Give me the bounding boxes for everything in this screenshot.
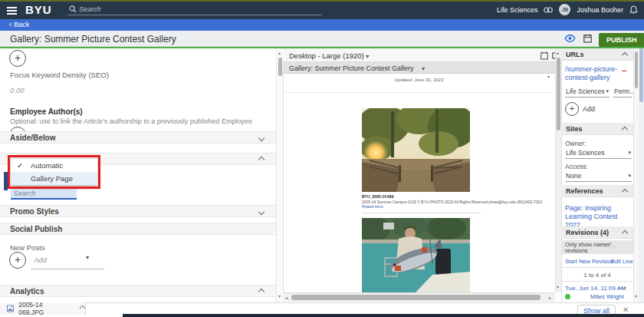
dropdown-option-gallery-page[interactable]: Gallery Page — [11, 172, 97, 185]
caret-down-icon: ▾ — [628, 173, 631, 179]
employee-author-label: Employee Author(s) — [10, 107, 83, 116]
chevron-up-icon — [622, 230, 628, 236]
revisions-pager: 1 to 4 of 4 — [561, 272, 633, 279]
focus-keyword-label: Focus Keyword Density (SEO) — [10, 71, 109, 79]
top-navbar: BYU Search Life Sciences JB Joshua Boohe… — [0, 0, 644, 19]
preview-divider — [283, 92, 555, 93]
caret-down-icon: ▾ — [422, 65, 425, 72]
revision-author-link[interactable]: Miles Wright — [590, 293, 624, 300]
preview-page-select[interactable]: Gallery: Summer Picture Contest Gallery … — [289, 64, 425, 72]
scrollbar-thumb[interactable] — [557, 58, 560, 130]
dropdown-option-automatic[interactable]: ✓ Automatic — [11, 159, 97, 172]
url-link[interactable]: /summer-picture-contest-gallery — [565, 65, 620, 82]
section-promo-styles[interactable]: Promo Styles — [0, 205, 276, 217]
back-button[interactable]: ‹ Back — [9, 20, 29, 28]
url-type-select[interactable]: Perm...▾ — [613, 86, 632, 97]
scroll-up-icon[interactable]: ▴ — [557, 51, 559, 55]
chevron-up-icon — [622, 189, 628, 195]
preview-eye-icon[interactable] — [564, 35, 576, 42]
scroll-right-icon[interactable]: ▸ — [549, 296, 551, 300]
scroll-down-icon[interactable]: ▾ — [278, 294, 281, 299]
remove-url-button[interactable]: − — [622, 66, 626, 75]
notification-bell-icon[interactable] — [629, 5, 638, 15]
edit-live-link[interactable]: Edit Live — [611, 258, 633, 265]
section-social-publish[interactable]: Social Publish — [0, 223, 276, 235]
scroll-up-icon[interactable]: ▴ — [278, 51, 281, 55]
sites-section-header[interactable]: Sites — [561, 123, 633, 135]
page-title: Gallery: Summer Picture Contest Gallery — [10, 34, 176, 45]
section-aside-below[interactable]: Aside/Below — [0, 131, 276, 144]
add-url-button[interactable]: + — [565, 102, 579, 116]
scrollbar-thumb[interactable] — [635, 51, 638, 88]
hamburger-menu-icon[interactable] — [7, 5, 17, 16]
revision-date-link[interactable]: Tue, Jun 14, 11:09 AM — [565, 285, 626, 292]
revisions-section-header[interactable]: Revisions (4) — [561, 226, 633, 239]
caret-down-icon: ▾ — [366, 53, 369, 60]
image-file-icon — [7, 305, 14, 312]
urls-section-header[interactable]: URLs — [561, 48, 633, 61]
avatar[interactable]: JB — [559, 4, 570, 15]
current-site-label[interactable]: Life Sciences — [497, 6, 538, 14]
close-icon[interactable]: ✕ — [623, 305, 629, 314]
preview-horizontal-scrollbar[interactable]: ◂ ▸ — [283, 292, 555, 302]
chevron-up-icon[interactable] — [80, 305, 86, 312]
scroll-down-icon[interactable]: ▾ — [557, 285, 559, 289]
focus-keyword-value: 0.00 — [10, 86, 25, 94]
section-analytics[interactable]: Analytics — [0, 285, 276, 297]
uploaded-file-chip[interactable]: 2005-14 069.JPG — [0, 302, 86, 315]
preview-page-tab-bar: Gallery: Summer Picture Contest Gallery … — [283, 62, 555, 74]
owner-select[interactable]: Life Sciences▾ — [565, 147, 632, 159]
url-site-select[interactable]: Life Sciences▾ — [565, 86, 610, 97]
window-scrollbar[interactable] — [639, 48, 644, 302]
content-title-bar: Gallery: Summer Picture Contest Gallery … — [0, 31, 644, 47]
page-type-dropdown-menu: ✓ Automatic Gallery Page — [11, 159, 97, 185]
caret-down-icon: ▾ — [606, 88, 609, 94]
more-actions-button[interactable]: ••• — [636, 35, 642, 39]
widgets-panel-scrollbar[interactable]: ▾ — [633, 48, 639, 302]
preview-calendar-icon[interactable] — [540, 51, 548, 60]
scrollbar-thumb[interactable] — [291, 295, 540, 300]
user-name[interactable]: Joshua Booher — [577, 6, 623, 14]
scroll-down-icon[interactable]: ▾ — [635, 294, 637, 299]
new-posts-label: New Posts — [10, 243, 44, 252]
chevron-up-icon — [258, 157, 264, 163]
start-new-revision-link[interactable]: Start New Revision — [565, 258, 614, 265]
caret-down-icon: ▾ — [628, 150, 631, 156]
back-arrow-icon: ‹ — [9, 20, 12, 28]
search-input[interactable]: Search — [79, 5, 101, 13]
access-label: Access: — [565, 163, 588, 170]
named-revisions-row: Only show named revisions — [561, 240, 633, 254]
byu-logo[interactable]: BYU — [25, 3, 52, 16]
scrollbar-thumb[interactable] — [639, 48, 643, 102]
left-panel-scrollbar[interactable]: ▴ ▾ — [276, 48, 283, 302]
chevron-down-icon — [258, 209, 264, 215]
named-revisions-label: Only show named revisions — [565, 242, 613, 254]
add-post-button[interactable]: + — [9, 252, 26, 269]
scrollbar-thumb[interactable] — [278, 58, 282, 76]
add-post-caret-icon[interactable]: ▾ — [86, 254, 89, 261]
add-post-placeholder[interactable]: Add — [34, 256, 47, 264]
chevron-up-icon — [622, 52, 628, 58]
photo1-caption-link[interactable]: Related Items — [362, 205, 383, 209]
chevron-down-icon — [258, 135, 264, 141]
link-icon[interactable] — [544, 7, 553, 13]
device-size-select[interactable]: Desktop - Large (1920) ▾ — [289, 51, 369, 60]
access-select[interactable]: None▾ — [565, 170, 632, 182]
photo1-caption-title: BYU_2005-14 069 — [362, 194, 393, 199]
references-section-header[interactable]: References — [561, 185, 633, 197]
photo-sunset-boardwalk — [362, 108, 470, 192]
schedule-calendar-icon[interactable] — [583, 34, 592, 43]
add-item-button[interactable]: + — [9, 50, 26, 67]
preview-vertical-scrollbar[interactable]: ▴ ▾ — [555, 48, 561, 292]
check-icon: ✓ — [17, 159, 23, 172]
file-name: 2005-14 069.JPG — [18, 301, 65, 316]
search-icon — [69, 5, 77, 13]
revision-more-button[interactable]: ••• — [619, 286, 626, 290]
dropdown-search-input[interactable]: Search — [11, 189, 77, 200]
search-underline — [67, 15, 322, 15]
scroll-left-icon[interactable]: ◂ — [285, 296, 288, 300]
add-url-label[interactable]: Add — [583, 105, 595, 113]
preview-updated-line: Updated: June 01, 2022 — [283, 78, 555, 82]
photo1-caption-text: 2005-14 Summer Campus GCS © BYU PHOTO 20… — [362, 200, 554, 204]
chevron-up-icon — [622, 127, 628, 133]
